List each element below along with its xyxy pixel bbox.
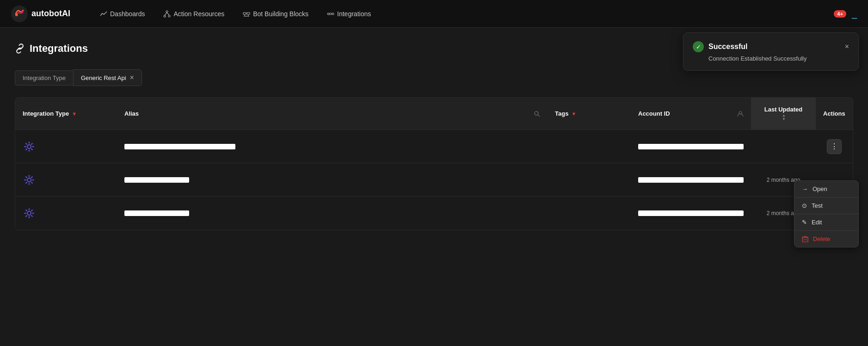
integration-type-filter-icon[interactable]: ▼	[72, 111, 77, 117]
toast-success-icon: ✓	[693, 41, 704, 52]
row3-alias	[117, 203, 548, 223]
notification-badge[interactable]: 4+	[834, 10, 846, 18]
svg-point-3	[166, 11, 168, 12]
table-header: Integration Type ▼ Alias Tags ▼ Account …	[15, 98, 853, 130]
delete-icon	[802, 236, 808, 242]
col-actions: Actions	[816, 98, 853, 130]
logo-text: autobotAI	[31, 9, 70, 19]
col-alias: Alias	[117, 98, 548, 130]
table-row: 2 months ago	[15, 163, 853, 197]
menu-item-open[interactable]: → Open	[794, 181, 858, 197]
row2-integration-type	[15, 166, 117, 194]
actions-dropdown-menu: → Open ⊙ Test ✎ Edit Delete	[794, 180, 859, 247]
toast-header: ✓ Successful ×	[693, 41, 849, 52]
svg-point-1	[15, 13, 18, 16]
gear-icon	[23, 140, 36, 153]
logo-icon	[11, 6, 28, 22]
svg-line-17	[538, 115, 540, 117]
menu-item-delete[interactable]: Delete	[794, 231, 858, 247]
svg-line-7	[167, 12, 169, 15]
chart-icon	[100, 10, 107, 18]
row1-tags	[548, 139, 631, 154]
col-account-id: Account ID	[631, 98, 751, 130]
svg-rect-9	[247, 12, 250, 14]
toast-notification: ✓ Successful × Connection Established Su…	[683, 32, 859, 71]
row2-alias	[117, 170, 548, 190]
row1-alias	[117, 136, 548, 157]
alias-search-icon[interactable]	[534, 111, 540, 117]
filter-bar: Integration Type Generic Rest Api ×	[15, 69, 853, 86]
nav-action-resources[interactable]: Action Resources	[156, 6, 232, 21]
integrations-icon	[327, 10, 334, 18]
open-icon: →	[802, 185, 808, 192]
content-area: Integrations Integration Type Generic Re…	[0, 28, 868, 346]
svg-point-4	[164, 15, 166, 17]
svg-rect-8	[243, 12, 246, 14]
svg-point-14	[327, 13, 329, 15]
row3-integration-type	[15, 199, 117, 227]
sort-arrows[interactable]: ▲ ▼	[782, 114, 786, 121]
filter-clear-button[interactable]: ×	[130, 74, 134, 82]
col-tags: Tags ▼	[548, 98, 631, 130]
toast-close-button[interactable]: ×	[845, 43, 849, 51]
row3-tags	[548, 206, 631, 221]
svg-point-5	[168, 15, 170, 17]
gear-icon	[23, 173, 36, 186]
table-row: 2 months ago	[15, 197, 853, 230]
resource-icon	[163, 10, 171, 18]
svg-point-0	[11, 6, 28, 22]
test-icon: ⊙	[802, 202, 807, 209]
logo[interactable]: autobotAI	[11, 6, 70, 22]
menu-item-edit[interactable]: ✎ Edit	[794, 214, 858, 230]
gear-icon	[23, 207, 36, 220]
svg-rect-25	[802, 237, 808, 242]
svg-point-16	[535, 111, 538, 115]
row3-account-id	[631, 203, 751, 223]
account-id-user-icon	[737, 111, 744, 117]
blocks-icon	[243, 10, 250, 18]
main-layout: Integrations Integration Type Generic Re…	[0, 28, 868, 346]
nav-integrations[interactable]: Integrations	[320, 6, 378, 21]
filter-type-label: Integration Type	[15, 70, 73, 86]
row1-actions: ⋮	[816, 132, 853, 161]
nav-dashboards[interactable]: Dashboards	[92, 6, 153, 21]
filter-type-value: Generic Rest Api ×	[73, 69, 142, 86]
link-icon	[15, 43, 25, 54]
navbar: autobotAI Dashboards Action Resources	[0, 0, 868, 28]
menu-item-test[interactable]: ⊙ Test	[794, 198, 858, 214]
toast-message: Connection Established Successfully	[708, 55, 849, 62]
row1-account-id	[631, 136, 751, 157]
svg-point-2	[21, 11, 23, 12]
minimize-button[interactable]: _	[852, 8, 857, 19]
integrations-table: Integration Type ▼ Alias Tags ▼ Account …	[15, 97, 853, 230]
row1-actions-button[interactable]: ⋮	[827, 139, 842, 154]
tags-filter-icon[interactable]: ▼	[571, 111, 576, 117]
row1-last-updated	[751, 139, 816, 154]
row2-tags	[548, 173, 631, 187]
nav-right: 4+ _	[834, 8, 857, 19]
nav-links: Dashboards Action Resources Bot Building	[92, 6, 834, 21]
edit-icon: ✎	[802, 219, 807, 226]
row1-integration-type	[15, 133, 117, 161]
svg-line-6	[165, 12, 167, 15]
row2-account-id	[631, 170, 751, 190]
col-last-updated: Last Updated ▲ ▼	[751, 98, 816, 130]
nav-bot-building-blocks[interactable]: Bot Building Blocks	[235, 6, 316, 21]
toast-title: Successful	[708, 43, 747, 51]
svg-point-15	[332, 13, 334, 15]
col-integration-type: Integration Type ▼	[15, 98, 117, 130]
table-row: ⋮	[15, 130, 853, 163]
